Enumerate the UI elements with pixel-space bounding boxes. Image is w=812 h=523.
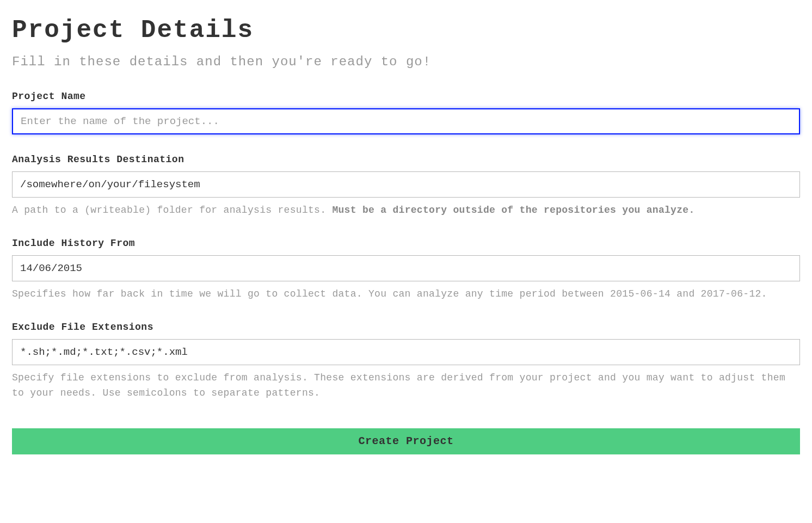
exclude-extensions-group: Exclude File Extensions Specify file ext… <box>12 322 800 401</box>
page-title: Project Details <box>12 16 800 45</box>
history-from-help: Specifies how far back in time we will g… <box>12 287 800 302</box>
project-name-label: Project Name <box>12 91 800 102</box>
exclude-extensions-label: Exclude File Extensions <box>12 322 800 333</box>
history-from-group: Include History From Specifies how far b… <box>12 238 800 302</box>
history-from-input[interactable] <box>12 255 800 281</box>
results-destination-group: Analysis Results Destination A path to a… <box>12 154 800 218</box>
project-name-input[interactable] <box>12 108 800 134</box>
results-destination-help-plain: A path to a (writeable) folder for analy… <box>12 205 332 216</box>
exclude-extensions-input[interactable] <box>12 339 800 365</box>
results-destination-input[interactable] <box>12 171 800 198</box>
history-from-label: Include History From <box>12 238 800 249</box>
results-destination-label: Analysis Results Destination <box>12 154 800 165</box>
page-subtitle: Fill in these details and then you're re… <box>12 54 800 69</box>
create-project-button[interactable]: Create Project <box>12 428 800 454</box>
project-name-group: Project Name <box>12 91 800 134</box>
exclude-extensions-help: Specify file extensions to exclude from … <box>12 371 800 401</box>
results-destination-help-bold: Must be a directory outside of the repos… <box>332 205 694 216</box>
results-destination-help: A path to a (writeable) folder for analy… <box>12 203 800 218</box>
